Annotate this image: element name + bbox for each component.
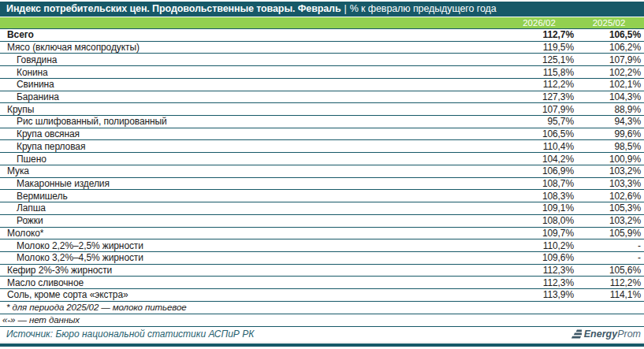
table-row: Конина115,8%102,2%: [0, 66, 644, 79]
table-row: Молоко 2,2%–2,5% жирности110,2%-: [0, 239, 644, 252]
table-row: Макаронные изделия108,7%103,3%: [0, 178, 644, 191]
table-row: Лапша109,1%105,3%: [0, 202, 644, 215]
row-value-2026-02: 95,7%: [504, 116, 574, 127]
row-value-2025-02: 106,2%: [574, 42, 644, 53]
table-row: Рис шлифованный, полированный95,7%94,3%: [0, 116, 644, 128]
row-value-2026-02: 112,2%: [504, 79, 574, 90]
table-row: Молоко 3,2%–4,5% жирности109,6%-: [0, 252, 644, 265]
row-value-2025-02: -: [574, 240, 644, 251]
title-bar: Индекс потребительских цен. Продовольств…: [0, 2, 644, 17]
row-label: Крупы: [0, 104, 504, 115]
table-row: Говядина125,1%107,9%: [0, 54, 644, 66]
row-value-2026-02: 119,5%: [504, 42, 574, 53]
row-value-2025-02: 88,9%: [574, 104, 644, 115]
row-label: Кефир 2%-3% жирности: [0, 265, 504, 276]
row-value-2025-02: 114,1%: [574, 289, 644, 300]
row-value-2026-02: 112,3%: [504, 277, 574, 288]
energyprom-bars-icon: [570, 329, 582, 340]
row-value-2026-02: 109,1%: [504, 202, 574, 213]
page-title: Индекс потребительских цен. Продовольств…: [6, 3, 341, 14]
row-label: Мука: [0, 165, 504, 176]
row-value-2025-02: 105,9%: [574, 228, 644, 239]
table-row: Рожки108,0%103,2%: [0, 215, 644, 228]
row-value-2025-02: 112,2%: [574, 277, 644, 288]
column-header-spacer: [0, 17, 504, 28]
source-row: Источник: Бюро национальной статистики А…: [0, 327, 644, 343]
row-label: Крупа овсяная: [0, 128, 504, 139]
row-value-2025-02: 94,3%: [574, 116, 644, 127]
table-row: Мука106,9%103,2%: [0, 165, 644, 178]
table-row: Пшено104,2%100,9%: [0, 153, 644, 165]
energyprom-logo: EnergyProm: [570, 329, 641, 340]
row-label: Говядина: [0, 54, 504, 65]
row-value-2026-02: 106,5%: [504, 128, 574, 139]
logo-text: EnergyProm: [584, 329, 641, 340]
table-row: Крупы107,9%88,9%: [0, 103, 644, 116]
row-value-2026-02: 106,9%: [504, 165, 574, 176]
table-row: Молоко*109,7%105,9%: [0, 228, 644, 240]
column-header-2025-02: 2025/02: [574, 17, 644, 28]
row-value-2025-02: 98,5%: [574, 141, 644, 152]
page-subtitle: % к февралю предыдущего года: [350, 3, 497, 14]
row-value-2025-02: 105,3%: [574, 202, 644, 213]
table-row: Крупа овсяная106,5%99,6%: [0, 128, 644, 141]
row-label: Макаронные изделия: [0, 178, 504, 189]
row-value-2026-02: 109,6%: [504, 252, 574, 263]
row-label: Лапша: [0, 202, 504, 213]
column-header-band: 2026/02 2025/02: [0, 17, 644, 29]
row-label: Соль, кроме сорта «экстра»: [0, 289, 504, 300]
row-value-2025-02: 103,2%: [574, 215, 644, 226]
row-label: Рис шлифованный, полированный: [0, 116, 504, 127]
row-label: Молоко*: [0, 228, 504, 239]
row-value-2026-02: 108,3%: [504, 191, 574, 202]
footnote-milk: * для периода 2025/02 — молоко питьевое: [0, 302, 644, 314]
column-header-2026-02: 2026/02: [504, 17, 574, 28]
table-row: Всего112,7%106,5%: [0, 29, 644, 42]
row-label: Всего: [0, 29, 504, 40]
row-value-2026-02: 112,3%: [504, 265, 574, 276]
table-row: Свинина112,2%102,1%: [0, 79, 644, 91]
row-label: Вермишель: [0, 191, 504, 202]
footnote-no-data: «-» — нет данных: [0, 314, 644, 327]
row-value-2025-02: -: [574, 252, 644, 263]
title-separator: |: [341, 3, 350, 14]
row-value-2025-02: 105,6%: [574, 265, 644, 276]
row-value-2026-02: 112,7%: [504, 29, 574, 40]
table-row: Крупа перловая110,4%98,5%: [0, 140, 644, 153]
row-value-2026-02: 113,9%: [504, 289, 574, 300]
table-row: Мясо (включая мясопродукты)119,5%106,2%: [0, 42, 644, 54]
row-value-2026-02: 109,7%: [504, 228, 574, 239]
table-row: Вермишель108,3%102,6%: [0, 190, 644, 202]
bottom-accent-bar: [0, 343, 644, 347]
table-row: Масло сливочное112,3%112,2%: [0, 277, 644, 289]
row-value-2025-02: 103,3%: [574, 178, 644, 189]
row-label: Свинина: [0, 79, 504, 90]
row-value-2026-02: 107,9%: [504, 104, 574, 115]
logo-text-regular: Prom: [617, 329, 641, 340]
row-label: Крупа перловая: [0, 141, 504, 152]
row-label: Баранина: [0, 91, 504, 102]
row-value-2026-02: 108,7%: [504, 178, 574, 189]
row-value-2025-02: 104,3%: [574, 91, 644, 102]
row-value-2026-02: 115,8%: [504, 67, 574, 78]
row-label: Молоко 2,2%–2,5% жирности: [0, 240, 504, 251]
table-row: Кефир 2%-3% жирности112,3%105,6%: [0, 265, 644, 277]
row-value-2026-02: 110,2%: [504, 240, 574, 251]
row-label: Рожки: [0, 215, 504, 226]
row-value-2025-02: 100,9%: [574, 154, 644, 165]
row-label: Пшено: [0, 154, 504, 165]
table-row: Баранина127,3%104,3%: [0, 91, 644, 104]
row-value-2026-02: 127,3%: [504, 91, 574, 102]
logo-text-bold: Energy: [584, 329, 617, 340]
row-value-2025-02: 102,2%: [574, 67, 644, 78]
row-value-2025-02: 103,2%: [574, 165, 644, 176]
row-value-2026-02: 104,2%: [504, 154, 574, 165]
row-value-2025-02: 107,9%: [574, 54, 644, 65]
row-label: Масло сливочное: [0, 277, 504, 288]
row-value-2025-02: 102,6%: [574, 191, 644, 202]
row-label: Конина: [0, 67, 504, 78]
row-value-2025-02: 102,1%: [574, 79, 644, 90]
row-value-2026-02: 110,4%: [504, 141, 574, 152]
row-value-2025-02: 99,6%: [574, 128, 644, 139]
row-value-2026-02: 108,0%: [504, 215, 574, 226]
